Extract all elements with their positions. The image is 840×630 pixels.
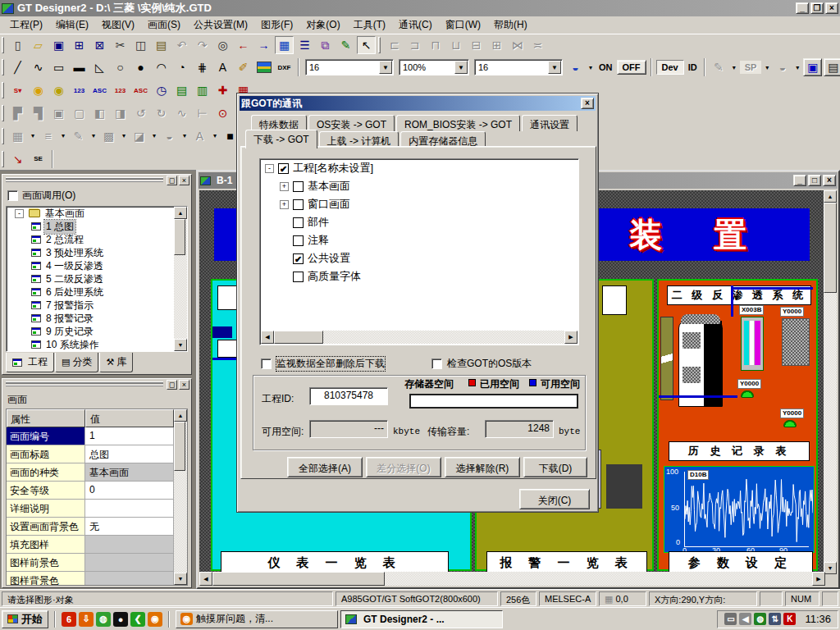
dialog-close-icon[interactable]: ×: [581, 98, 594, 109]
property-row[interactable]: 画面标题总图: [7, 445, 174, 463]
polyline-icon[interactable]: ∿: [29, 58, 48, 76]
close-dialog-button[interactable]: 关闭(C): [519, 489, 590, 509]
group-icon[interactable]: ▣: [49, 104, 68, 122]
copy-icon[interactable]: ◫: [131, 36, 150, 54]
dialog-tree-item[interactable]: 高质量字体: [260, 267, 578, 285]
expander-icon[interactable]: -: [265, 164, 274, 173]
save-icon[interactable]: ▣: [49, 36, 68, 54]
property-value[interactable]: [85, 554, 174, 572]
volume-icon[interactable]: ◀: [739, 613, 751, 625]
lamp-word-icon[interactable]: ◉: [49, 81, 68, 99]
rotate-left-icon[interactable]: ↺: [131, 104, 150, 122]
screen-copy-icon[interactable]: ⊠: [90, 36, 109, 54]
rotate-right-icon[interactable]: ↻: [152, 104, 171, 122]
comment-word-icon[interactable]: ▥: [193, 81, 212, 99]
scroll-down-icon[interactable]: ▼: [174, 339, 187, 351]
update-icon[interactable]: ◍: [754, 613, 766, 625]
object-size-combo[interactable]: 16▼: [474, 59, 563, 75]
panel-close-button[interactable]: ×: [179, 176, 189, 185]
numeric-display-icon[interactable]: 123: [70, 81, 89, 99]
align-grid-icon[interactable]: ≍: [528, 36, 547, 54]
flashget-icon[interactable]: ⇩: [79, 612, 94, 627]
undo-icon[interactable]: ↶: [172, 36, 191, 54]
property-value[interactable]: [85, 572, 174, 586]
ungroup-icon[interactable]: ▢: [70, 104, 89, 122]
deselect-button[interactable]: 选择解除(R): [445, 457, 520, 477]
dialog-tree-item[interactable]: 部件: [260, 213, 578, 231]
pen-style-dropdown[interactable]: ▾: [89, 127, 98, 144]
canvas-vertical-scrollbar[interactable]: ▲ ▼: [824, 190, 837, 574]
paste-icon[interactable]: ▤: [152, 36, 171, 54]
text-icon[interactable]: A: [213, 58, 232, 76]
dialog-tree-item[interactable]: +基本画面: [260, 177, 578, 195]
alarm-history-icon[interactable]: ✚: [213, 81, 232, 99]
scroll-up-icon[interactable]: ▲: [174, 207, 187, 219]
tree-screen-item[interactable]: 7 报警指示: [7, 299, 187, 312]
tree-screen-item[interactable]: 5 二级反渗透: [7, 272, 187, 285]
line-style-icon[interactable]: ≡: [39, 127, 57, 145]
property-row[interactable]: 图样前景色: [7, 554, 174, 572]
restore-button[interactable]: ❐: [810, 2, 824, 14]
tree-checkbox[interactable]: [293, 181, 304, 192]
tree-screen-item[interactable]: 9 历史记录: [7, 325, 187, 338]
select-figure-icon[interactable]: ⊙: [213, 104, 232, 122]
scroll-left-icon[interactable]: ◀: [261, 331, 274, 344]
dxf-icon[interactable]: DXF: [275, 58, 294, 76]
menu-item-2[interactable]: 视图(V): [95, 16, 141, 34]
dialog-tree-item[interactable]: -✔工程[名称未设置]: [260, 159, 578, 177]
property-row[interactable]: 画面编号1: [7, 427, 174, 445]
pattern-icon[interactable]: ▩: [99, 127, 118, 145]
hatch-style-dropdown[interactable]: ▾: [28, 127, 38, 144]
child-restore-button[interactable]: □: [808, 175, 821, 186]
toolbar-grip[interactable]: [2, 128, 4, 144]
sp-toggle-button[interactable]: SP: [740, 61, 762, 74]
shade-dropdown[interactable]: ▾: [149, 127, 159, 144]
toolbar-grip[interactable]: [2, 59, 4, 75]
property-value[interactable]: 基本画面: [85, 463, 174, 482]
data-list-icon[interactable]: ☰: [295, 36, 314, 54]
toolbar-grip[interactable]: [2, 105, 4, 121]
open-icon[interactable]: ▱: [29, 36, 48, 54]
property-row[interactable]: 详细说明: [7, 500, 174, 518]
align-center-h-icon[interactable]: ⊟: [467, 36, 486, 54]
chevron-down-icon[interactable]: ▼: [548, 61, 561, 74]
comment-bit-icon[interactable]: ▤: [172, 81, 191, 99]
new-file-icon[interactable]: ▯: [8, 36, 27, 54]
scroll-right-icon[interactable]: ▶: [564, 331, 578, 344]
property-vertical-scrollbar[interactable]: ▲ ▼: [174, 409, 187, 585]
trigger-action-icon[interactable]: ↘: [8, 150, 27, 168]
pen-color-dropdown[interactable]: ▾: [729, 59, 739, 75]
property-value[interactable]: 1: [85, 427, 174, 445]
align-right-icon[interactable]: ⊐: [405, 36, 424, 54]
tree-screen-item[interactable]: 8 报警记录: [7, 312, 187, 325]
device-toggle-button[interactable]: Dev: [656, 60, 684, 75]
align-bottom-icon[interactable]: ⊔: [446, 36, 465, 54]
sp-dropdown[interactable]: ▾: [762, 59, 772, 75]
shade-icon[interactable]: ◪: [130, 127, 148, 145]
image-icon[interactable]: [254, 58, 273, 76]
align-top-icon[interactable]: ⊓: [426, 36, 445, 54]
toolbar-grip[interactable]: [2, 37, 4, 53]
panel-grip[interactable]: [6, 177, 163, 184]
qq-icon[interactable]: ●: [113, 612, 128, 627]
fill-color-dropdown[interactable]: ▾: [180, 127, 189, 144]
child-close-button[interactable]: ×: [823, 175, 836, 186]
paint-icon[interactable]: ✐: [234, 58, 253, 76]
expander-icon[interactable]: -: [15, 209, 24, 218]
menu-item-0[interactable]: 工程(P): [3, 16, 49, 34]
child-minimize-button[interactable]: _: [793, 175, 806, 186]
panel-grip[interactable]: [6, 381, 163, 388]
layers-icon[interactable]: ⧉: [316, 36, 335, 54]
mirror-h-icon[interactable]: ◧: [90, 104, 109, 122]
download-button[interactable]: 下载(D): [523, 457, 587, 477]
taskbar-item-browser[interactable]: ◉ 触摸屏问题，清...: [176, 610, 338, 628]
menu-item-8[interactable]: 通讯(C): [392, 16, 439, 34]
filled-circle-icon[interactable]: ●: [131, 58, 150, 76]
screen-color-dropdown[interactable]: ▾: [586, 59, 596, 75]
line-style-dropdown[interactable]: ▾: [58, 127, 68, 144]
dialog-tree-item[interactable]: 注释: [260, 231, 578, 249]
property-value[interactable]: 无: [85, 518, 174, 536]
fill-bucket-dropdown[interactable]: ▾: [792, 59, 802, 75]
scroll-right-icon[interactable]: ▶: [812, 572, 825, 586]
align-left-icon[interactable]: ⊏: [385, 36, 404, 54]
